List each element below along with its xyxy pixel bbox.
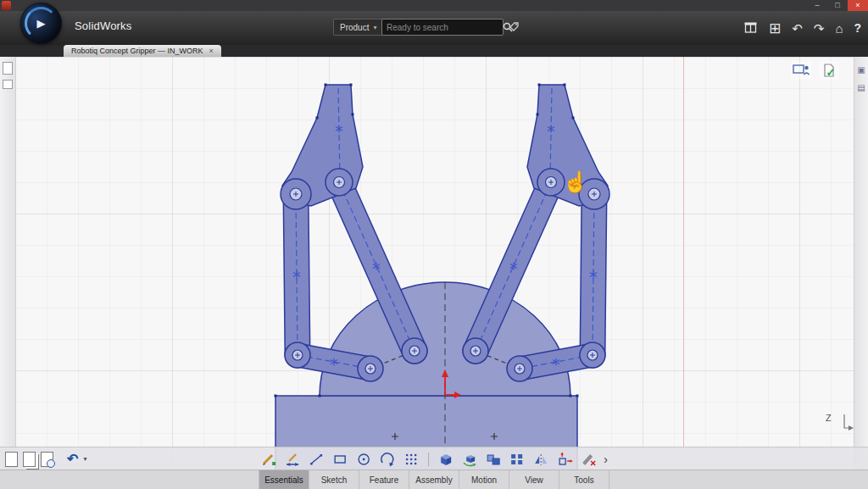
home-icon[interactable]: ⌂ — [835, 22, 843, 35]
side-tab-icon-tree[interactable] — [3, 62, 13, 75]
chevron-down-icon: ▾ — [373, 24, 376, 31]
joint-right-top-inner[interactable] — [537, 169, 565, 196]
gift-icon[interactable] — [743, 19, 758, 37]
tab-feature[interactable]: Feature — [359, 470, 409, 489]
collaboration-icon[interactable] — [791, 61, 811, 80]
joint-left-crank[interactable] — [358, 356, 383, 381]
undo-button[interactable]: ↶ — [67, 451, 78, 467]
toolbar-separator — [428, 453, 429, 466]
play-icon: ▶ — [21, 3, 61, 43]
minimize-button[interactable]: – — [807, 0, 827, 11]
move-icon[interactable] — [554, 450, 575, 469]
tag-icon[interactable] — [509, 20, 520, 36]
undo-icon[interactable]: ↶ — [792, 22, 803, 35]
app-badge-icon — [2, 1, 11, 10]
action-bar: ↶ ▾ — [0, 447, 868, 470]
save-copies-icon[interactable] — [23, 452, 36, 467]
close-button[interactable]: × — [848, 0, 868, 11]
header-icons: ⊞ ↶ ↷ ⌂ ? — [743, 17, 861, 39]
quick-actions: ↶ ▾ — [5, 447, 86, 470]
history-icon[interactable] — [41, 452, 53, 467]
arc-icon[interactable] — [377, 450, 398, 469]
joint-left-bottom-inner[interactable] — [402, 338, 427, 364]
undo-dropdown-caret[interactable]: ▾ — [83, 455, 86, 463]
orientation-triad: Z — [824, 411, 854, 440]
sketch-toolbar: › — [259, 447, 609, 470]
mirror-icon[interactable] — [531, 450, 551, 469]
revolve-icon[interactable] — [459, 450, 480, 469]
circle-icon[interactable] — [353, 450, 374, 469]
panel-views-icon[interactable]: ▣ — [854, 65, 868, 75]
document-tabstrip: Robotiq Concept Gripper — IN_WORK × — [0, 45, 868, 57]
help-icon[interactable]: ? — [854, 22, 861, 34]
window-titlebar: – □ × — [0, 0, 868, 11]
add-content-icon[interactable]: ⊞ — [769, 21, 781, 36]
dimension-icon[interactable] — [282, 450, 303, 469]
tab-motion[interactable]: Motion — [459, 470, 509, 489]
maximize-button[interactable]: □ — [827, 0, 848, 11]
product-label: Product — [340, 23, 369, 32]
tab-close-icon[interactable]: × — [209, 47, 214, 55]
tab-essentials[interactable]: Essentials — [259, 470, 309, 489]
joint-right-bottom-inner[interactable] — [463, 338, 488, 364]
tab-view[interactable]: View — [509, 470, 559, 489]
tab-tools[interactable]: Tools — [559, 470, 609, 489]
joint-left-top-outer[interactable] — [281, 179, 311, 209]
line-icon[interactable] — [306, 450, 326, 469]
window-controls: – □ × — [807, 0, 868, 11]
joint-left-bottom-outer[interactable] — [285, 342, 310, 368]
joint-right-crank[interactable] — [507, 356, 532, 381]
rectangle-icon[interactable] — [330, 450, 350, 469]
search-box[interactable] — [381, 19, 504, 36]
left-panel-strip[interactable] — [0, 57, 16, 489]
sketch-icon[interactable] — [259, 450, 279, 469]
ribbon-tabs: Essentials Sketch Feature Assembly Motio… — [0, 470, 868, 489]
pattern-icon[interactable] — [507, 450, 527, 469]
gripper-sketch: ☝ — [0, 0, 868, 489]
extrude-icon[interactable] — [436, 450, 456, 469]
right-panel-strip[interactable]: ▣ ▤ — [854, 57, 868, 489]
app-header: SolidWorks Product ▾ ⊞ ↶ ↷ ⌂ ? — [0, 11, 868, 45]
clock-icon — [47, 459, 55, 468]
document-tab-label: Robotiq Concept Gripper — IN_WORK — [71, 47, 203, 55]
green-check-icon: ✓ — [826, 66, 836, 79]
document-tab[interactable]: Robotiq Concept Gripper — IN_WORK × — [64, 45, 221, 57]
new-document-icon[interactable] — [5, 452, 18, 467]
point-pattern-icon[interactable] — [401, 450, 421, 469]
redo-icon[interactable]: ↷ — [814, 22, 825, 35]
toolbar-more-chevron[interactable]: › — [602, 453, 609, 466]
3ds-compass-logo[interactable]: ▶ — [20, 3, 62, 44]
joint-right-bottom-outer[interactable] — [580, 342, 605, 368]
trim-tool-icon[interactable] — [578, 450, 598, 469]
cursor-hand-icon: ☝ — [563, 169, 588, 194]
product-dropdown[interactable]: Product ▾ — [333, 19, 383, 36]
panel-help-icon[interactable]: ▤ — [854, 83, 868, 92]
bodies-icon[interactable] — [483, 450, 504, 469]
side-tab-icon-layers[interactable] — [3, 80, 13, 89]
solidworks-app-window: ☝ ✓ Z ▣ ▤ ↶ ▾ — [0, 0, 868, 489]
tab-sketch[interactable]: Sketch — [309, 470, 359, 489]
app-name: SolidWorks — [75, 19, 132, 32]
triad-z-label: Z — [826, 413, 832, 423]
search-input[interactable] — [382, 23, 503, 32]
validate-sketch-icon[interactable]: ✓ — [819, 61, 839, 80]
tab-assembly[interactable]: Assembly — [409, 470, 459, 489]
canvas-topright-tools: ✓ — [791, 61, 839, 80]
joint-left-top-inner[interactable] — [326, 169, 353, 196]
